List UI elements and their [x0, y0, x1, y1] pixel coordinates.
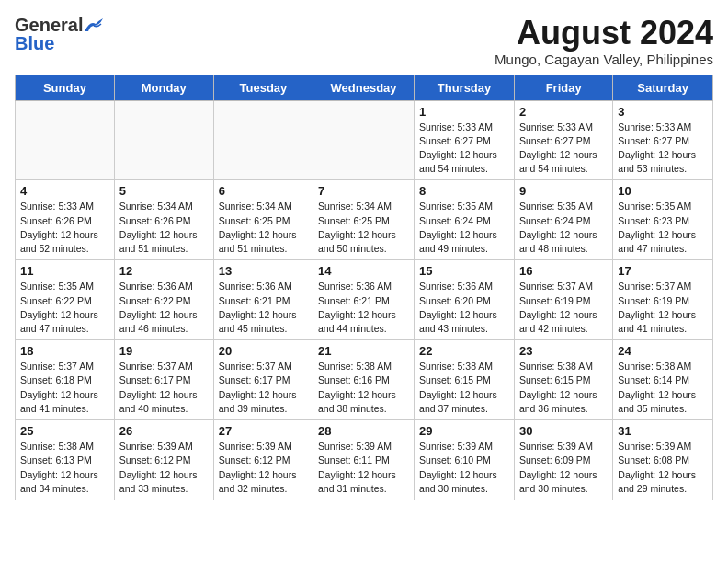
day-number: 19 [119, 344, 209, 358]
calendar-day-cell: 1Sunrise: 5:33 AM Sunset: 6:27 PM Daylig… [415, 100, 515, 180]
calendar-day-cell: 28Sunrise: 5:39 AM Sunset: 6:11 PM Dayli… [313, 420, 415, 500]
day-info: Sunrise: 5:33 AM Sunset: 6:27 PM Dayligh… [419, 121, 509, 177]
weekday-header-thursday: Thursday [415, 75, 515, 100]
calendar-empty-cell [213, 100, 313, 180]
day-info: Sunrise: 5:34 AM Sunset: 6:25 PM Dayligh… [318, 200, 409, 256]
day-info: Sunrise: 5:39 AM Sunset: 6:09 PM Dayligh… [519, 440, 608, 496]
day-number: 10 [618, 184, 708, 198]
calendar-day-cell: 19Sunrise: 5:37 AM Sunset: 6:17 PM Dayli… [114, 340, 213, 420]
day-info: Sunrise: 5:39 AM Sunset: 6:08 PM Dayligh… [618, 440, 708, 496]
calendar-table: SundayMondayTuesdayWednesdayThursdayFrid… [15, 75, 713, 500]
day-info: Sunrise: 5:36 AM Sunset: 6:22 PM Dayligh… [119, 280, 209, 336]
day-info: Sunrise: 5:34 AM Sunset: 6:26 PM Dayligh… [119, 200, 209, 256]
calendar-day-cell: 12Sunrise: 5:36 AM Sunset: 6:22 PM Dayli… [114, 260, 213, 340]
day-number: 25 [20, 424, 109, 438]
day-info: Sunrise: 5:33 AM Sunset: 6:27 PM Dayligh… [618, 121, 708, 177]
logo-general: General [15, 15, 83, 35]
day-number: 27 [219, 424, 308, 438]
calendar-day-cell: 3Sunrise: 5:33 AM Sunset: 6:27 PM Daylig… [613, 100, 713, 180]
logo-bird-icon [83, 18, 103, 35]
day-info: Sunrise: 5:39 AM Sunset: 6:10 PM Dayligh… [419, 440, 509, 496]
day-number: 12 [119, 264, 209, 278]
day-info: Sunrise: 5:37 AM Sunset: 6:17 PM Dayligh… [119, 360, 209, 416]
calendar-day-cell: 26Sunrise: 5:39 AM Sunset: 6:12 PM Dayli… [114, 420, 213, 500]
calendar-day-cell: 10Sunrise: 5:35 AM Sunset: 6:23 PM Dayli… [613, 180, 713, 260]
day-number: 2 [519, 105, 608, 119]
calendar-day-cell: 27Sunrise: 5:39 AM Sunset: 6:12 PM Dayli… [213, 420, 313, 500]
calendar-week-row: 25Sunrise: 5:38 AM Sunset: 6:13 PM Dayli… [16, 420, 713, 500]
calendar-day-cell: 6Sunrise: 5:34 AM Sunset: 6:25 PM Daylig… [213, 180, 313, 260]
calendar-day-cell: 24Sunrise: 5:38 AM Sunset: 6:14 PM Dayli… [613, 340, 713, 420]
location-subtitle: Mungo, Cagayan Valley, Philippines [495, 52, 713, 67]
page-header: General Blue August 2024 Mungo, Cagayan … [15, 15, 713, 67]
day-number: 5 [119, 184, 209, 198]
calendar-empty-cell [16, 100, 115, 180]
calendar-day-cell: 18Sunrise: 5:37 AM Sunset: 6:18 PM Dayli… [16, 340, 115, 420]
calendar-empty-cell [313, 100, 415, 180]
day-number: 30 [519, 424, 608, 438]
day-number: 7 [318, 184, 409, 198]
day-info: Sunrise: 5:33 AM Sunset: 6:26 PM Dayligh… [20, 200, 109, 256]
calendar-day-cell: 25Sunrise: 5:38 AM Sunset: 6:13 PM Dayli… [16, 420, 115, 500]
logo: General Blue [15, 15, 103, 54]
day-info: Sunrise: 5:39 AM Sunset: 6:12 PM Dayligh… [119, 440, 209, 496]
calendar-week-row: 18Sunrise: 5:37 AM Sunset: 6:18 PM Dayli… [16, 340, 713, 420]
day-info: Sunrise: 5:38 AM Sunset: 6:14 PM Dayligh… [618, 360, 708, 416]
day-number: 24 [618, 344, 708, 358]
day-number: 21 [318, 344, 409, 358]
logo-blue: Blue [15, 33, 54, 54]
day-number: 16 [519, 264, 608, 278]
weekday-header-tuesday: Tuesday [213, 75, 313, 100]
calendar-day-cell: 16Sunrise: 5:37 AM Sunset: 6:19 PM Dayli… [514, 260, 612, 340]
calendar-day-cell: 4Sunrise: 5:33 AM Sunset: 6:26 PM Daylig… [16, 180, 115, 260]
day-info: Sunrise: 5:37 AM Sunset: 6:17 PM Dayligh… [219, 360, 308, 416]
day-number: 20 [219, 344, 308, 358]
logo-text: General [15, 15, 103, 35]
calendar-week-row: 1Sunrise: 5:33 AM Sunset: 6:27 PM Daylig… [16, 100, 713, 180]
day-number: 9 [519, 184, 608, 198]
day-number: 3 [618, 105, 708, 119]
calendar-day-cell: 21Sunrise: 5:38 AM Sunset: 6:16 PM Dayli… [313, 340, 415, 420]
calendar-week-row: 11Sunrise: 5:35 AM Sunset: 6:22 PM Dayli… [16, 260, 713, 340]
calendar-day-cell: 15Sunrise: 5:36 AM Sunset: 6:20 PM Dayli… [415, 260, 515, 340]
day-info: Sunrise: 5:39 AM Sunset: 6:12 PM Dayligh… [219, 440, 308, 496]
day-number: 6 [219, 184, 308, 198]
weekday-header-wednesday: Wednesday [313, 75, 415, 100]
day-info: Sunrise: 5:38 AM Sunset: 6:15 PM Dayligh… [519, 360, 608, 416]
day-info: Sunrise: 5:38 AM Sunset: 6:15 PM Dayligh… [419, 360, 509, 416]
day-info: Sunrise: 5:35 AM Sunset: 6:23 PM Dayligh… [618, 200, 708, 256]
weekday-header-friday: Friday [514, 75, 612, 100]
calendar-day-cell: 13Sunrise: 5:36 AM Sunset: 6:21 PM Dayli… [213, 260, 313, 340]
weekday-header-monday: Monday [114, 75, 213, 100]
day-number: 14 [318, 264, 409, 278]
calendar-day-cell: 7Sunrise: 5:34 AM Sunset: 6:25 PM Daylig… [313, 180, 415, 260]
calendar-day-cell: 17Sunrise: 5:37 AM Sunset: 6:19 PM Dayli… [613, 260, 713, 340]
day-number: 11 [20, 264, 109, 278]
calendar-day-cell: 5Sunrise: 5:34 AM Sunset: 6:26 PM Daylig… [114, 180, 213, 260]
title-area: August 2024 Mungo, Cagayan Valley, Phili… [495, 15, 713, 67]
day-number: 18 [20, 344, 109, 358]
weekday-header-saturday: Saturday [613, 75, 713, 100]
day-number: 4 [20, 184, 109, 198]
calendar-day-cell: 23Sunrise: 5:38 AM Sunset: 6:15 PM Dayli… [514, 340, 612, 420]
calendar-day-cell: 8Sunrise: 5:35 AM Sunset: 6:24 PM Daylig… [415, 180, 515, 260]
day-number: 15 [419, 264, 509, 278]
day-info: Sunrise: 5:35 AM Sunset: 6:24 PM Dayligh… [519, 200, 608, 256]
day-info: Sunrise: 5:37 AM Sunset: 6:19 PM Dayligh… [519, 280, 608, 336]
day-info: Sunrise: 5:38 AM Sunset: 6:13 PM Dayligh… [20, 440, 109, 496]
calendar-empty-cell [114, 100, 213, 180]
calendar-day-cell: 11Sunrise: 5:35 AM Sunset: 6:22 PM Dayli… [16, 260, 115, 340]
day-number: 31 [618, 424, 708, 438]
day-info: Sunrise: 5:34 AM Sunset: 6:25 PM Dayligh… [219, 200, 308, 256]
weekday-header-sunday: Sunday [16, 75, 115, 100]
day-info: Sunrise: 5:38 AM Sunset: 6:16 PM Dayligh… [318, 360, 409, 416]
day-number: 23 [519, 344, 608, 358]
calendar-day-cell: 22Sunrise: 5:38 AM Sunset: 6:15 PM Dayli… [415, 340, 515, 420]
day-info: Sunrise: 5:36 AM Sunset: 6:20 PM Dayligh… [419, 280, 509, 336]
calendar-day-cell: 14Sunrise: 5:36 AM Sunset: 6:21 PM Dayli… [313, 260, 415, 340]
day-number: 28 [318, 424, 409, 438]
day-number: 26 [119, 424, 209, 438]
day-number: 1 [419, 105, 509, 119]
day-info: Sunrise: 5:33 AM Sunset: 6:27 PM Dayligh… [519, 121, 608, 177]
day-number: 13 [219, 264, 308, 278]
